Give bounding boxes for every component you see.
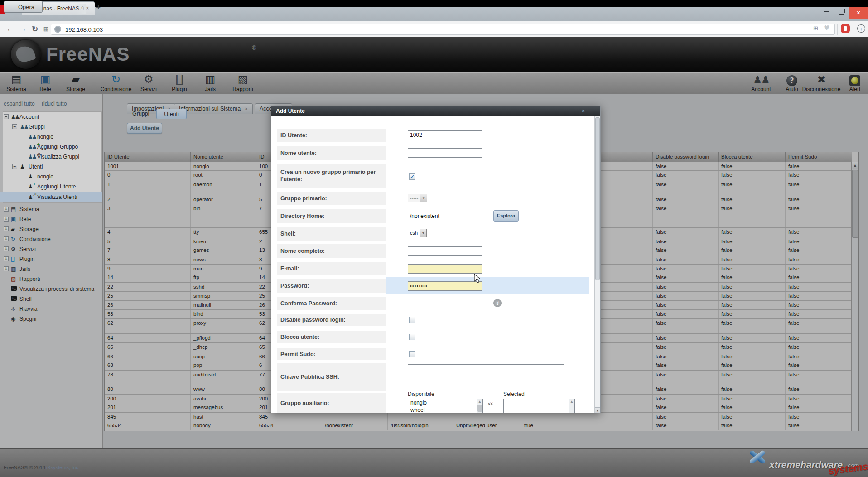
text-caret [423,132,423,138]
disable-password-login-checkbox[interactable] [409,317,415,323]
window-minimize-button[interactable] [824,11,829,12]
speed-dial-icon[interactable]: ⊞ [43,25,49,33]
select-value: csh [408,229,420,237]
opera-menu-button[interactable]: Opera [4,1,43,13]
field-label: Blocca utente: [277,331,386,343]
browser-tab-bar [0,7,868,22]
password-dots: •••••••• [410,283,428,289]
extensions-grid-icon[interactable]: ⊞ [813,25,818,31]
list-item[interactable]: wheel [408,406,482,413]
field-label: Gruppo primario: [277,192,386,205]
browser-top-strip [0,0,868,7]
scrollbar-thumb[interactable] [477,405,482,412]
site-badge-icon[interactable] [54,26,61,33]
dialog-scrollbar[interactable]: ▼ [594,116,600,413]
field-label: Nome completo: [277,244,386,258]
password-input[interactable]: •••••••• [408,281,482,291]
id-utente-input[interactable]: 1002 [408,130,482,140]
window-restore-button[interactable] [839,10,844,15]
field-label: Chiave Pubblica SSH: [277,363,386,391]
field-label: ID Utente: [277,129,386,142]
chevron-down-icon[interactable]: ▼ [420,194,427,202]
reload-icon[interactable]: ↻ [32,24,38,34]
new-tab-button[interactable]: + [96,3,101,12]
crea-un-nuovo-gruppo-primario-per-l-utente-checkbox[interactable]: ✓ [409,173,415,180]
field-label: Gruppo ausiliario: [277,393,386,413]
opera-badge-icon[interactable] [841,24,850,33]
listbox-scrollbar[interactable]: ▲ [569,399,574,413]
chevron-down-icon[interactable]: ▼ [420,229,427,237]
window-close-button[interactable]: ✕ [849,7,868,19]
dialog-close-icon[interactable]: × [582,108,585,114]
select-value: ----- [408,194,420,202]
conferma-password-input[interactable] [408,299,482,308]
download-icon[interactable]: ↓ [857,24,865,33]
dialog-title-bar[interactable]: Add Utente [271,106,600,116]
field-label: E-mail: [277,262,386,275]
e-mail-input[interactable] [408,264,482,274]
permit-sudo-checkbox[interactable] [409,351,415,357]
gruppo-primario-select[interactable]: -----▼ [408,194,427,202]
nome-completo-input[interactable] [408,246,482,256]
chiave-pubblica-ssh-textarea[interactable] [408,364,564,390]
divider [837,24,838,35]
field-label: Password: [277,279,386,293]
forward-icon[interactable]: → [19,24,27,34]
tab-close-icon[interactable]: × [86,5,89,11]
mouse-cursor [474,274,483,284]
bookmark-heart-icon[interactable]: ♥ [824,25,829,32]
listbox-scrollbar[interactable]: ▲ [477,399,482,413]
available-listbox[interactable]: nongiowheel▲ [408,399,483,413]
field-label: Nome utente: [277,146,386,160]
scroll-up-icon[interactable]: ▲ [477,400,482,404]
info-icon[interactable]: i [493,299,502,307]
blocca-utente-checkbox[interactable] [409,334,415,340]
field-label: Directory Home: [277,209,386,223]
add-utente-dialog: Add Utente × ID Utente:1002Nome utente:C… [271,106,601,413]
dialog-scrollbar-thumb[interactable] [595,117,600,280]
list-item[interactable]: nongio [408,399,482,406]
tab-title-fade [76,4,86,14]
directory-home-input[interactable]: /nonexistent [408,212,482,221]
divider [854,24,854,35]
screen: { "browser": { "menu_label": "Opera", "t… [0,0,868,477]
selected-label: Selected [503,391,525,397]
back-icon[interactable]: ← [6,24,14,34]
field-label: Conferma Password: [277,297,386,310]
url-field[interactable] [51,24,835,35]
scroll-down-icon[interactable]: ▼ [595,407,600,413]
nome-utente-input[interactable] [408,148,482,158]
url-text: 192.168.0.103 [65,26,103,33]
scroll-up-icon[interactable]: ▲ [569,400,574,404]
available-label: Disponibile [408,391,434,397]
selected-listbox[interactable]: ▲ [503,399,575,413]
shell-select[interactable]: csh▼ [408,229,427,237]
field-label: Shell: [277,227,386,241]
field-label: Disable password login: [277,314,386,326]
field-label: Permit Sudo: [277,348,386,360]
field-label: Crea un nuovo gruppo primario per l'uten… [277,164,386,188]
esplora-button[interactable]: Esplora [493,210,519,222]
move-left-button[interactable]: << [488,401,493,406]
